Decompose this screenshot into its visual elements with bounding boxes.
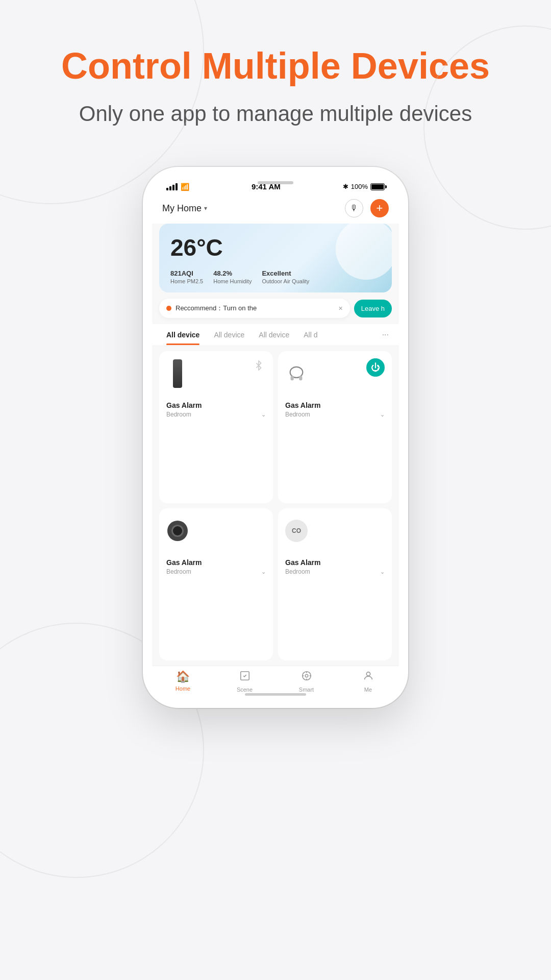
device-3-location: Bedroom ⌄ <box>166 568 266 575</box>
recommendation-pill: Reccommend：Turn on the × <box>159 299 350 318</box>
signal-icon <box>166 183 178 190</box>
device-4-chevron-icon: ⌄ <box>380 569 385 575</box>
device-card-3-top <box>166 516 266 546</box>
recommendation-dot-icon <box>166 306 171 311</box>
dropdown-arrow-icon: ▾ <box>204 205 207 212</box>
device-1-location: Bedroom ⌄ <box>166 411 266 418</box>
weather-card: 26°C 821AQI Home PM2.5 48.2% Home Humidi… <box>159 224 392 292</box>
device-3-name: Gas Alarm <box>166 558 266 567</box>
nav-item-me[interactable]: Me <box>337 670 399 693</box>
device-2-power-button[interactable]: ⏻ <box>366 358 385 377</box>
scene-nav-icon <box>239 670 251 684</box>
device-2-location: Bedroom ⌄ <box>285 411 385 418</box>
svg-rect-2 <box>299 376 302 381</box>
device-4-icon: CO <box>285 516 308 546</box>
battery-icon <box>370 183 385 190</box>
tabs-more-button[interactable]: ··· <box>379 324 392 346</box>
humidity-stat: 48.2% Home Humidity <box>213 270 252 284</box>
tab-all-device-3[interactable]: All device <box>252 325 296 345</box>
device-card-3[interactable]: Gas Alarm Bedroom ⌄ <box>159 508 273 660</box>
nav-item-smart[interactable]: Smart <box>276 670 337 693</box>
smart-nav-label: Smart <box>299 687 314 693</box>
device-card-1[interactable]: Gas Alarm Bedroom ⌄ <box>159 351 273 503</box>
aqi-value: 821AQI <box>170 270 203 277</box>
app-header: My Home ▾ 🎙 + <box>152 195 399 224</box>
recommendation-bar: Reccommend：Turn on the × Leave h <box>159 299 392 318</box>
status-left: 📶 <box>166 183 189 191</box>
mic-button[interactable]: 🎙 <box>345 199 363 217</box>
air-quality-stat: Excellent Outdoor Air Quality <box>262 270 309 284</box>
svg-point-10 <box>366 672 370 676</box>
svg-point-5 <box>305 674 308 677</box>
home-nav-icon: 🏠 <box>176 670 190 683</box>
phone-screen: 📶 9:41 AM ✱ 100% My Home ▾ 🎙 <box>152 176 399 699</box>
leave-button[interactable]: Leave h <box>354 300 392 317</box>
recommendation-text: Reccommend：Turn on the <box>176 304 335 313</box>
device-1-name: Gas Alarm <box>166 401 266 409</box>
device-2-icon <box>285 358 308 389</box>
air-quality-value: Excellent <box>262 270 309 277</box>
device-card-4[interactable]: CO Gas Alarm Bedroom ⌄ <box>278 508 392 660</box>
device-4-name: Gas Alarm <box>285 558 385 567</box>
tab-all-device-2[interactable]: All device <box>207 325 252 345</box>
device-3-chevron-icon: ⌄ <box>261 569 266 575</box>
phone-pill <box>258 181 293 184</box>
recommendation-close-button[interactable]: × <box>339 304 343 312</box>
device-1-bluetooth-icon <box>252 358 266 373</box>
device-tabs: All device All device All device All d ·… <box>152 324 399 346</box>
device-2-name: Gas Alarm <box>285 401 385 409</box>
me-nav-icon <box>363 670 374 684</box>
nav-item-home[interactable]: 🏠 Home <box>152 670 214 693</box>
device-2-chevron-icon: ⌄ <box>380 411 385 418</box>
smart-nav-icon <box>301 670 312 684</box>
add-device-button[interactable]: + <box>370 199 389 217</box>
device-4-location: Bedroom ⌄ <box>285 568 385 575</box>
device-1-icon <box>166 358 189 389</box>
tab-all-device-1[interactable]: All device <box>159 325 207 345</box>
humidity-value: 48.2% <box>213 270 252 277</box>
device-card-4-top: CO <box>285 516 385 546</box>
device-grid: Gas Alarm Bedroom ⌄ <box>152 346 399 666</box>
header-actions: 🎙 + <box>345 199 389 217</box>
battery-percent: 100% <box>351 183 368 190</box>
home-selector[interactable]: My Home ▾ <box>162 203 207 214</box>
bluetooth-icon: ✱ <box>343 183 348 190</box>
tab-all-device-4[interactable]: All d <box>296 325 324 345</box>
device-card-2-top: ⏻ <box>285 358 385 389</box>
device-1-chevron-icon: ⌄ <box>261 411 266 418</box>
humidity-label: Home Humidity <box>213 278 252 284</box>
device-3-icon <box>166 516 189 546</box>
device-card-2[interactable]: ⏻ Gas Alarm Bedroom ⌄ <box>278 351 392 503</box>
status-bar: 📶 9:41 AM ✱ 100% <box>152 176 399 195</box>
scene-nav-label: Scene <box>237 687 253 693</box>
svg-rect-1 <box>291 376 294 381</box>
nav-item-scene[interactable]: Scene <box>214 670 276 693</box>
status-right: ✱ 100% <box>343 183 385 190</box>
aqi-label: Home PM2.5 <box>170 278 203 284</box>
device-card-1-top <box>166 358 266 389</box>
home-name: My Home <box>162 203 202 214</box>
me-nav-label: Me <box>364 687 372 693</box>
phone-mockup: 📶 9:41 AM ✱ 100% My Home ▾ 🎙 <box>143 167 408 708</box>
home-indicator <box>245 693 306 696</box>
air-quality-label: Outdoor Air Quality <box>262 278 309 284</box>
aqi-stat: 821AQI Home PM2.5 <box>170 270 203 284</box>
home-nav-label: Home <box>176 685 190 692</box>
wifi-icon: 📶 <box>181 183 189 191</box>
